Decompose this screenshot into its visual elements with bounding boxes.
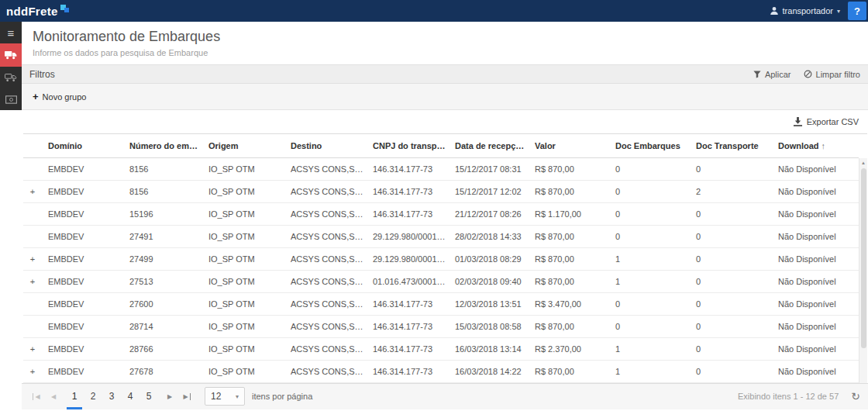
main-content: Monitoramento de Embarques Informe os da… <box>22 22 868 409</box>
scrollbar-thumb[interactable] <box>861 168 866 348</box>
vertical-scrollbar[interactable]: ▲ ▼ <box>859 158 867 390</box>
export-csv-button[interactable]: Exportar CSV <box>793 117 859 126</box>
table-cell: IO_SP OTM <box>202 292 284 315</box>
logo-mark-icon <box>60 5 71 15</box>
table-row[interactable]: +EMBDEV27513IO_SP OTMACSYS CONS,SAO PAUL… <box>23 270 859 292</box>
sidebar-item-financeiro[interactable] <box>0 88 22 110</box>
table-cell: 27678 <box>123 360 202 382</box>
row-expand-button[interactable]: + <box>23 270 42 292</box>
table-cell: 01/03/2018 08:29 <box>449 247 529 270</box>
table-row[interactable]: EMBDEV28714IO_SP OTMACSYS CONS,SAO PAUL.… <box>23 315 859 337</box>
table-cell: EMBDEV <box>42 202 123 225</box>
table-cell: 0 <box>690 247 772 270</box>
page-size-dropdown[interactable]: 12 ▾ <box>205 387 245 406</box>
help-button[interactable]: ? <box>848 2 866 20</box>
column-header[interactable]: Origem <box>202 134 284 157</box>
table-cell: R$ 870,00 <box>529 315 609 337</box>
column-header-expand <box>23 134 42 157</box>
pager-page-4[interactable]: 4 <box>121 384 140 409</box>
table-cell: ACSYS CONS,SAO PAUL... <box>284 337 367 360</box>
table-row[interactable]: EMBDEV8156IO_SP OTMACSYS CONS,SAO PAUL..… <box>23 157 859 180</box>
table-row[interactable]: +EMBDEV27678IO_SP OTMACSYS CONS,SAO PAUL… <box>23 360 859 382</box>
pager-prev-button[interactable]: ◀ <box>45 388 62 405</box>
download-icon <box>793 117 803 126</box>
column-header[interactable]: Doc Transporte <box>690 134 772 157</box>
column-header[interactable]: Doc Embarques <box>609 134 690 157</box>
plus-icon: + <box>33 92 39 102</box>
row-expand-button[interactable]: + <box>23 247 42 270</box>
table-cell: 15196 <box>123 202 202 225</box>
prev-page-icon: ◀ <box>51 393 56 400</box>
table-cell: 15/03/2018 08:58 <box>449 315 529 337</box>
table-cell: R$ 870,00 <box>529 247 609 270</box>
scroll-up-icon[interactable]: ▲ <box>859 158 867 168</box>
column-header[interactable]: CNPJ do transportador <box>367 134 449 157</box>
table-cell: ACSYS CONS,SAO PAUL... <box>284 202 367 225</box>
pager-page-1[interactable]: 1 <box>65 384 84 409</box>
column-header[interactable]: Destino <box>284 134 367 157</box>
table-cell: 28/02/2018 14:33 <box>449 225 529 247</box>
table-cell: EMBDEV <box>42 315 123 337</box>
sort-asc-icon: ↑ <box>822 141 826 150</box>
table-cell: 29.129.980/0001-09 <box>367 247 449 270</box>
row-expand-placeholder <box>23 315 42 337</box>
table-cell: 1 <box>609 247 690 270</box>
table-row[interactable]: EMBDEV15196IO_SP OTMACSYS CONS,SAO PAUL.… <box>23 202 859 225</box>
pager-last-button[interactable]: ▶ <box>178 388 195 405</box>
table-cell: 0 <box>690 315 772 337</box>
app-logo: nddFrete <box>6 5 71 18</box>
hamburger-icon: ≡ <box>8 26 15 40</box>
table-cell: ACSYS CONS,SAO PAUL... <box>284 360 367 382</box>
table-cell: 27513 <box>123 270 202 292</box>
table-cell: 15/12/2017 12:02 <box>449 180 529 202</box>
page-title: Monitoramento de Embarques <box>33 29 857 45</box>
column-header[interactable]: Número do embarque <box>123 134 202 157</box>
table-row[interactable]: +EMBDEV27499IO_SP OTMACSYS CONS,SAO PAUL… <box>23 247 859 270</box>
table-cell: Não Disponível <box>772 247 859 270</box>
user-menu[interactable]: transportador ▾ <box>762 0 848 22</box>
clear-filter-label: Limpar filtro <box>816 70 860 79</box>
column-header[interactable]: Valor <box>529 134 609 157</box>
column-header[interactable]: Data de recepção↑ <box>449 134 529 157</box>
column-header[interactable]: Download↑ <box>772 134 859 157</box>
row-expand-placeholder <box>23 292 42 315</box>
pager-first-button[interactable]: ◀ <box>28 388 45 405</box>
pager-next-button[interactable]: ▶ <box>161 388 178 405</box>
table-cell: EMBDEV <box>42 157 123 180</box>
table-cell: IO_SP OTM <box>202 360 284 382</box>
new-group-button[interactable]: + Novo grupo <box>33 92 86 102</box>
apply-filter-button[interactable]: Aplicar <box>753 70 791 79</box>
row-expand-button[interactable]: + <box>23 180 42 202</box>
table-cell: EMBDEV <box>42 225 123 247</box>
table-cell: 0 <box>690 225 772 247</box>
next-page-icon: ▶ <box>167 393 172 400</box>
column-header-label: Doc Transporte <box>696 141 759 150</box>
table-cell: 146.314.177-73 <box>367 315 449 337</box>
topbar: nddFrete transportador ▾ ? <box>0 0 868 22</box>
filters-title: Filtros <box>29 69 55 80</box>
menu-toggle-button[interactable]: ≡ <box>0 22 22 43</box>
column-header[interactable]: Domínio <box>42 134 123 157</box>
table-cell: EMBDEV <box>42 247 123 270</box>
table-row[interactable]: EMBDEV27491IO_SP OTMACSYS CONS,SAO PAUL.… <box>23 225 859 247</box>
table-cell: IO_SP OTM <box>202 315 284 337</box>
table-row[interactable]: +EMBDEV28766IO_SP OTMACSYS CONS,SAO PAUL… <box>23 337 859 360</box>
clear-filter-button[interactable]: Limpar filtro <box>804 70 860 79</box>
table-cell: 1 <box>609 360 690 382</box>
table-row[interactable]: +EMBDEV8156IO_SP OTMACSYS CONS,SAO PAUL.… <box>23 180 859 202</box>
sidebar-item-monitoramento[interactable] <box>0 43 22 67</box>
column-header-label: Data de recepção <box>455 141 525 150</box>
table-cell: 146.314.177-73 <box>367 202 449 225</box>
table-cell: Não Disponível <box>772 292 859 315</box>
table-cell: 0 <box>690 202 772 225</box>
pager-page-3[interactable]: 3 <box>102 384 121 409</box>
refresh-icon[interactable]: ↻ <box>851 390 860 402</box>
table-cell: Não Disponível <box>772 202 859 225</box>
shipments-grid: DomínioNúmero do embarqueOrigemDestinoCN… <box>23 133 867 383</box>
pager-page-5[interactable]: 5 <box>140 384 158 409</box>
row-expand-button[interactable]: + <box>23 337 42 360</box>
row-expand-button[interactable]: + <box>23 360 42 382</box>
pager-page-2[interactable]: 2 <box>84 384 102 409</box>
sidebar-item-transporte[interactable] <box>0 67 22 88</box>
table-row[interactable]: EMBDEV27600IO_SP OTMACSYS CONS,SAO PAUL.… <box>23 292 859 315</box>
